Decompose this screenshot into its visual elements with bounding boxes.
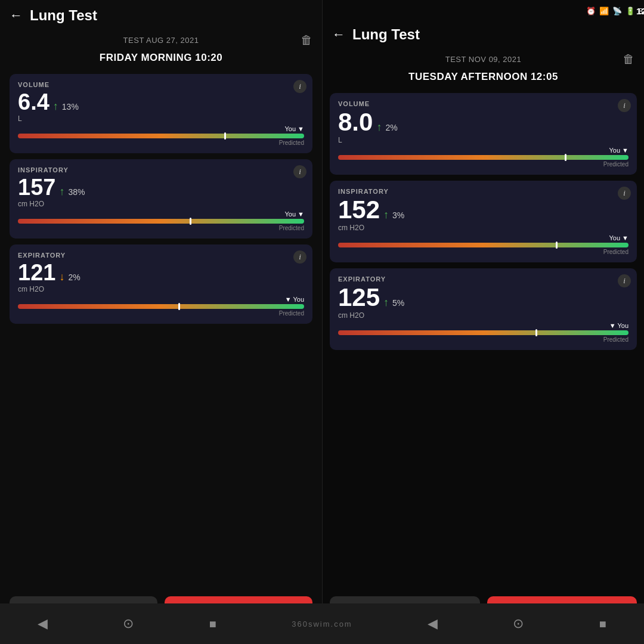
left-inspiratory-percent: 38% [68, 187, 85, 197]
right-panel: 12:06 M ⏰ 📶 📡 🔋 83% ← Lung Test TEST NOV… [322, 0, 644, 644]
left-volume-you: You ▼ [284, 125, 304, 132]
nav-square-right[interactable]: ■ [599, 617, 606, 631]
left-volume-unit: L [18, 114, 304, 123]
right-expiratory-info[interactable]: i [618, 274, 631, 287]
brand-label: 360swim.com [292, 620, 352, 628]
left-expiratory-label: EXPIRATORY [18, 252, 304, 259]
right-expiratory-label: EXPIRATORY [338, 275, 628, 283]
left-inspiratory-predicted: Predicted [18, 225, 304, 231]
right-title: Lung Test [352, 26, 420, 43]
right-expiratory-you: ▼ You [609, 322, 628, 329]
left-inspiratory-predicted-marker [190, 218, 191, 225]
right-inspiratory-label: INSPIRATORY [338, 188, 628, 195]
right-inspiratory-predicted: Predicted [338, 249, 628, 255]
right-inspiratory-progress: You ▼ Predicted [338, 234, 628, 255]
right-volume-predicted: Predicted [338, 161, 628, 168]
nav-square-left[interactable]: ■ [209, 617, 216, 631]
alarm-icon: ⏰ [586, 7, 596, 16]
left-expiratory-value: 121 [18, 261, 55, 284]
left-volume-value: 6.4 [18, 91, 49, 113]
right-test-info: TEST NOV 09, 2021 🗑 [323, 50, 644, 69]
right-volume-percent: 2% [385, 123, 397, 132]
nav-back-right[interactable]: ◀ [428, 616, 438, 631]
nav-back-left[interactable]: ◀ [38, 616, 48, 631]
right-expiratory-value: 125 [338, 285, 380, 310]
right-inspiratory-percent: 3% [392, 210, 404, 220]
right-expiratory-card: i EXPIRATORY 125 ↑ 5% cm H2O ▼ You Predi… [330, 268, 637, 350]
left-expiratory-predicted-marker [178, 303, 180, 310]
nav-home-right[interactable]: ⊙ [513, 616, 524, 631]
left-test-date: TEST AUG 27, 2021 [123, 36, 199, 45]
right-inspiratory-info[interactable]: i [618, 187, 631, 200]
left-inspiratory-value: 157 [18, 176, 55, 199]
left-inspiratory-card: i INSPIRATORY 157 ↑ 38% cm H2O You ▼ Pre… [10, 159, 312, 239]
left-expiratory-card: i EXPIRATORY 121 ↓ 2% cm H2O ▼ You Predi… [10, 244, 312, 324]
right-volume-card: i VOLUME 8.0 ↑ 2% L You ▼ Predicted [330, 93, 637, 175]
bottom-nav: ◀ ⊙ ■ 360swim.com ◀ ⊙ ■ [0, 603, 644, 644]
left-expiratory-you: ▼ You [285, 296, 304, 303]
right-inspiratory-predicted-marker [556, 242, 558, 249]
left-expiratory-unit: cm H2O [18, 285, 304, 293]
right-inspiratory-unit: cm H2O [338, 224, 628, 232]
left-back-button[interactable]: ← [10, 8, 23, 23]
right-test-date: TEST NOV 09, 2021 [445, 55, 522, 64]
left-inspiratory-arrow: ↑ [59, 185, 64, 198]
right-expiratory-progress: ▼ You Predicted [338, 322, 628, 343]
left-volume-predicted-marker [224, 132, 226, 140]
right-volume-label: VOLUME [338, 100, 628, 107]
left-inspiratory-progress: You ▼ Predicted [18, 210, 304, 231]
left-panel: ← Lung Test TEST AUG 27, 2021 🗑 FRIDAY M… [0, 0, 322, 644]
wifi-icon: 📶 [599, 7, 609, 16]
left-inspiratory-you: You ▼ [284, 210, 304, 218]
right-expiratory-predicted: Predicted [338, 336, 628, 343]
left-inspiratory-info[interactable]: i [293, 165, 306, 178]
left-volume-progress: You ▼ Predicted [18, 125, 304, 146]
signal-icon: 📡 [612, 7, 622, 16]
left-volume-predicted: Predicted [18, 140, 304, 146]
status-time: 12:06 [636, 6, 644, 16]
left-volume-arrow: ↑ [53, 100, 58, 113]
right-volume-arrow: ↑ [376, 121, 382, 134]
right-inspiratory-arrow: ↑ [383, 209, 389, 221]
right-inspiratory-card: i INSPIRATORY 152 ↑ 3% cm H2O You ▼ Pred… [330, 181, 637, 262]
left-header: ← Lung Test [0, 0, 322, 31]
right-volume-info[interactable]: i [618, 99, 631, 112]
left-expiratory-info[interactable]: i [293, 250, 306, 264]
left-delete-button[interactable]: 🗑 [301, 33, 312, 47]
left-test-info: TEST AUG 27, 2021 🗑 [0, 31, 322, 49]
left-volume-label: VOLUME [18, 81, 304, 88]
nav-home-left[interactable]: ⊙ [123, 616, 134, 631]
right-session: TUESDAY AFTERNOON 12:05 [323, 69, 644, 90]
left-expiratory-arrow: ↓ [59, 271, 64, 283]
left-inspiratory-unit: cm H2O [18, 200, 304, 208]
right-expiratory-unit: cm H2O [338, 311, 628, 320]
right-volume-you: You ▼ [609, 147, 628, 154]
right-volume-unit: L [338, 136, 628, 144]
right-delete-button[interactable]: 🗑 [623, 52, 634, 66]
right-inspiratory-you: You ▼ [609, 234, 628, 242]
right-back-button[interactable]: ← [332, 27, 345, 42]
left-expiratory-progress: ▼ You Predicted [18, 296, 304, 317]
right-inspiratory-value: 152 [338, 197, 380, 222]
left-expiratory-predicted: Predicted [18, 310, 304, 317]
right-expiratory-arrow: ↑ [383, 296, 389, 309]
left-title: Lung Test [30, 7, 97, 24]
right-volume-predicted-marker [565, 154, 566, 161]
left-volume-percent: 13% [62, 102, 79, 112]
right-expiratory-percent: 5% [392, 298, 404, 308]
left-session: FRIDAY MORNING 10:20 [0, 49, 322, 71]
right-volume-progress: You ▼ Predicted [338, 147, 628, 168]
right-expiratory-predicted-marker [535, 329, 537, 336]
right-volume-value: 8.0 [338, 110, 373, 135]
battery-icon: 🔋 [626, 7, 635, 16]
left-inspiratory-label: INSPIRATORY [18, 166, 304, 174]
left-expiratory-percent: 2% [68, 273, 80, 282]
left-volume-card: i VOLUME 6.4 ↑ 13% L You ▼ Predicted [10, 74, 312, 153]
left-volume-info[interactable]: i [293, 80, 306, 93]
